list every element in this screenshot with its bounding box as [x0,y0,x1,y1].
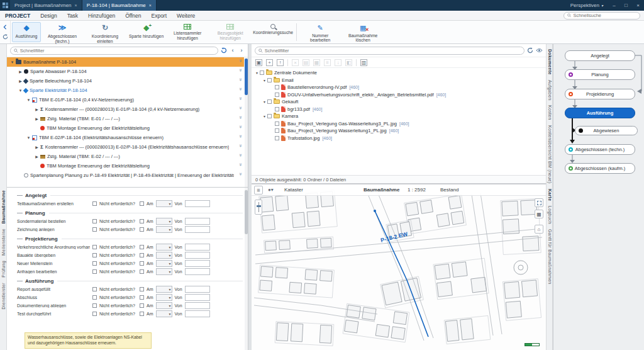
von-input[interactable] [185,218,210,225]
tree-filter[interactable] [10,47,218,55]
date-select[interactable]: ▾ [156,244,172,251]
von-input[interactable] [185,252,210,259]
expand-all-icon[interactable]: » [237,59,243,62]
upload-icon[interactable]: ↑ [277,59,284,66]
von-input[interactable] [185,310,210,317]
not-required-checkbox[interactable] [92,269,97,274]
map-select-tool[interactable] [535,198,543,207]
form-scrollbar[interactable] [245,188,248,350]
von-input[interactable] [185,200,210,207]
maximize-button[interactable]: □ [620,0,632,11]
documents-filter-input[interactable] [265,48,521,54]
map-scale[interactable]: 1 : 2592 [408,187,426,193]
doc-item[interactable]: ▾Email [252,77,546,84]
back-icon[interactable] [3,25,8,30]
ribbon-button-koordinierungssuche[interactable]: Koordinierungssuche [252,22,294,42]
von-input[interactable] [185,260,210,267]
checkbox[interactable] [267,99,272,104]
checkbox[interactable] [275,128,279,133]
documents-filter[interactable] [255,47,525,55]
expander-icon[interactable]: ▾ [262,78,267,82]
select-all-icon[interactable]: ▣ [255,59,262,66]
workflow-state-abgeschlossen-kaufm[interactable]: Abgeschlossen (kaufm.) [565,163,635,174]
von-input[interactable] [185,268,210,275]
checkbox[interactable] [267,78,272,82]
grid-view-icon[interactable]: ▥ [360,59,367,66]
not-required-checkbox[interactable] [92,287,97,291]
tree-item[interactable]: ▼Sparte Elektrizität P-18-104» [7,86,244,95]
am-checkbox[interactable] [140,245,144,249]
tree-item[interactable]: ▶ΣKostensammler --- (0000280013) E-01/P-… [7,104,244,114]
expander-icon[interactable]: ▾ [262,99,267,104]
perspectives-menu[interactable]: Perspektiven▾ [565,0,608,11]
map-layers-tool[interactable]: ▦ [535,210,543,218]
not-required-checkbox[interactable] [92,227,97,232]
checkbox[interactable] [275,136,279,140]
side-tab-karte[interactable]: Karte [548,189,552,201]
side-tab-kosten[interactable]: Kosten [548,105,552,120]
expand-all-icon[interactable]: » [237,163,243,166]
expander-icon[interactable]: ▼ [9,60,15,64]
prev-item-button[interactable]: ‹ [230,47,236,54]
checkbox[interactable] [267,114,272,118]
refresh-icon[interactable] [3,34,8,40]
doc-item[interactable]: ▾Kamera [252,113,546,120]
date-select[interactable]: ▾ [156,260,172,267]
expander-icon[interactable]: ▶ [34,145,40,149]
map-buildings-tool[interactable]: ⌂ [535,225,543,234]
ribbon-button-koordinierung-einleiten[interactable]: Koordinierung einleiten [84,22,126,42]
not-required-checkbox[interactable] [92,295,97,300]
ribbon-button-ausf-hrung[interactable]: Ausführung [12,22,41,42]
date-select[interactable]: ▾ [156,302,172,309]
am-checkbox[interactable] [140,303,144,308]
global-search[interactable] [564,12,640,20]
close-tab-icon[interactable]: × [149,3,152,8]
ribbon-button-nummer-bearbeiten[interactable]: Nummer bearbeiten [299,22,341,42]
von-input[interactable] [185,302,210,309]
doc-item[interactable]: ▾Gekauft [252,98,546,106]
workflow-state-ausf-hrung[interactable]: Ausführung [565,108,635,118]
undo-icon[interactable] [221,47,227,54]
workflow-state-abgeschlossen-techn[interactable]: Abgeschlossen (techn.) [565,144,635,155]
date-select[interactable]: ▾ [156,286,172,293]
map-menu-button[interactable]: ≡ [254,186,263,195]
tree-item[interactable]: ▶Sparte Abwasser P-18-104» [7,67,244,76]
am-checkbox[interactable] [140,261,144,266]
not-required-checkbox[interactable] [92,245,97,249]
tree-item[interactable]: ▼TBM E-01/P-18-104 (0,4 kV-Netzerneuerun… [7,95,244,104]
sticky-note[interactable]: Wasserhausanschlüsse, sowie die Elektroa… [25,332,152,349]
layer-right-label[interactable]: Bestand [440,187,458,193]
side-tab-gantt-f-r-bauma-nahmen[interactable]: Gantt für Baumaßnahmen [548,229,552,285]
layer-left-label[interactable]: Kataster [284,187,303,193]
doc-item[interactable]: Baustellenverordnung-IV.pdf[460] [252,84,546,91]
map-pin-icon[interactable]: ●▾ [268,187,274,193]
not-required-checkbox[interactable] [92,253,97,257]
side-tab-aufgaben[interactable]: Aufgaben [548,80,552,100]
preview-eye-icon[interactable] [536,48,543,53]
expand-all-icon[interactable]: » [237,97,243,99]
am-checkbox[interactable] [140,295,144,300]
menu-item-project[interactable]: PROJECT [0,13,35,19]
checkbox[interactable] [275,85,279,89]
refresh-icon[interactable] [527,47,533,54]
workflow-state-projektierung[interactable]: Projektierung [565,89,635,99]
expand-all-icon[interactable]: » [237,106,243,109]
tree-item[interactable]: Spartenplanung Planung zu P-18-49 Elektr… [7,171,244,180]
date-select[interactable]: ▾ [156,310,172,317]
doc-item[interactable]: bgr133.pdf[460] [252,106,546,113]
tree-item[interactable]: ▶ΣKostensammler --- (0000280013) E-02/P-… [7,142,244,152]
side-tab-meilensteine[interactable]: Meilensteine [1,229,6,256]
menu-item-export[interactable]: Export [147,13,172,19]
am-checkbox[interactable] [140,227,144,232]
expand-all-icon[interactable]: » [237,144,243,147]
von-input[interactable] [185,286,210,293]
ribbon-button-bauma-nahme-l-schen[interactable]: Baumaßnahme löschen [341,22,384,42]
map-zoom-slider[interactable] [255,200,262,215]
expand-all-icon[interactable]: » [237,88,243,90]
expander-icon[interactable]: ▶ [34,116,40,121]
ribbon-button-abgeschlossen-techn[interactable]: Abgeschlossen (techn.) [41,22,84,42]
am-checkbox[interactable] [140,219,144,223]
expander-icon[interactable]: ▾ [262,114,267,118]
date-select[interactable]: ▾ [156,294,172,301]
von-input[interactable] [185,226,210,233]
